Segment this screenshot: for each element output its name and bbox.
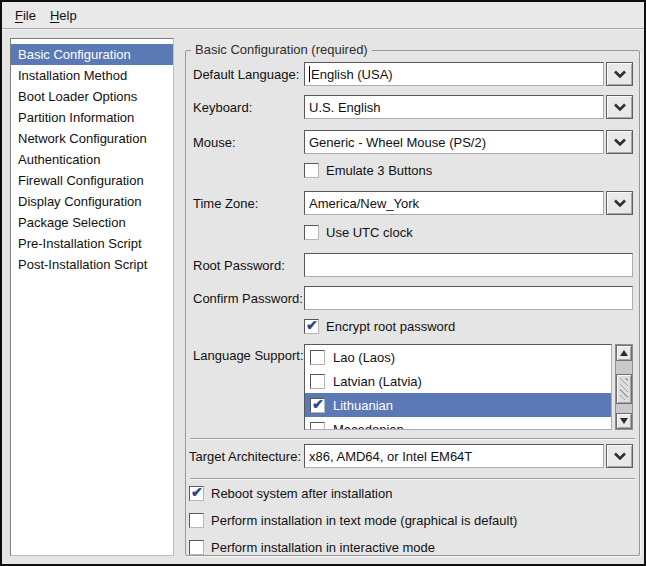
sidebar-item[interactable]: Boot Loader Options	[11, 86, 173, 107]
sidebar-item[interactable]: Package Selection	[11, 212, 173, 233]
target-architecture-value: x86, AMD64, or Intel EM64T	[309, 449, 472, 464]
target-architecture-dropdown-button[interactable]	[606, 444, 633, 468]
mouse-row: Mouse: Generic - Wheel Mouse (PS/2)	[193, 130, 633, 154]
time-zone-label: Time Zone:	[193, 196, 304, 211]
mouse-dropdown-button[interactable]	[606, 130, 633, 154]
triangle-up-icon	[620, 350, 628, 356]
menu-bar: File Help	[2, 2, 644, 29]
time-zone-row: Time Zone: America/New_York	[193, 191, 633, 215]
sidebar-item[interactable]: Authentication	[11, 149, 173, 170]
interactive-mode-row: Perform installation in interactive mode	[189, 540, 435, 555]
time-zone-dropdown-button[interactable]	[606, 191, 633, 215]
language-option[interactable]: Lithuanian	[305, 393, 611, 417]
confirm-password-row: Confirm Password:	[193, 286, 633, 310]
language-option-checkbox[interactable]	[310, 350, 325, 365]
sidebar-item[interactable]: Partition Information	[11, 107, 173, 128]
emulate-3-buttons-row: Emulate 3 Buttons	[304, 163, 432, 178]
default-language-combo[interactable]: English (USA)	[304, 62, 604, 86]
keyboard-label: Keyboard:	[193, 100, 304, 115]
mouse-label: Mouse:	[193, 135, 304, 150]
menu-file-label: ile	[23, 8, 36, 23]
time-zone-combo[interactable]: America/New_York	[304, 191, 604, 215]
language-option[interactable]: Lao (Laos)	[305, 345, 611, 369]
confirm-password-field[interactable]	[304, 286, 633, 310]
confirm-password-label: Confirm Password:	[193, 291, 304, 306]
sidebar-item[interactable]: Firewall Configuration	[11, 170, 173, 191]
keyboard-row: Keyboard: U.S. English	[193, 95, 633, 119]
chevron-down-icon	[613, 196, 627, 211]
menu-help-label: elp	[59, 8, 76, 23]
chevron-down-icon	[613, 449, 627, 464]
chevron-down-icon	[613, 100, 627, 115]
menu-file[interactable]: File	[8, 5, 43, 26]
root-password-field[interactable]	[304, 253, 633, 277]
language-support-list: Lao (Laos)Latvian (Latvia)LithuanianMace…	[304, 344, 612, 430]
target-architecture-row: Target Architecture: x86, AMD64, or Inte…	[189, 444, 633, 468]
default-language-row: Default Language: English (USA)	[193, 62, 633, 86]
sidebar-item[interactable]: Pre-Installation Script	[11, 233, 173, 254]
language-option-label: Lao (Laos)	[333, 350, 395, 365]
sidebar-item[interactable]: Post-Installation Script	[11, 254, 173, 275]
encrypt-root-row: Encrypt root password	[304, 319, 455, 334]
encrypt-root-checkbox[interactable]	[304, 319, 319, 334]
language-support-row: Language Support: Lao (Laos)Latvian (Lat…	[193, 344, 633, 430]
language-option[interactable]: Macedonian	[305, 417, 611, 430]
reboot-checkbox[interactable]	[189, 486, 204, 501]
text-mode-checkbox[interactable]	[189, 513, 204, 528]
mouse-combo[interactable]: Generic - Wheel Mouse (PS/2)	[304, 130, 604, 154]
default-language-dropdown-button[interactable]	[606, 62, 633, 86]
emulate-3-buttons-label: Emulate 3 Buttons	[326, 163, 432, 178]
reboot-label: Reboot system after installation	[211, 486, 392, 501]
interactive-mode-label: Perform installation in interactive mode	[211, 540, 435, 555]
reboot-row: Reboot system after installation	[189, 486, 392, 501]
interactive-mode-checkbox[interactable]	[189, 540, 204, 555]
root-password-label: Root Password:	[193, 258, 304, 273]
sidebar-item[interactable]: Network Configuration	[11, 128, 173, 149]
target-architecture-combo[interactable]: x86, AMD64, or Intel EM64T	[304, 444, 604, 468]
kickstart-configurator-window: File Help Basic ConfigurationInstallatio…	[0, 0, 646, 566]
language-option-label: Latvian (Latvia)	[333, 374, 422, 389]
text-cursor	[309, 66, 310, 82]
text-mode-label: Perform installation in text mode (graph…	[211, 513, 517, 528]
scroll-down-button[interactable]	[616, 413, 632, 429]
emulate-3-buttons-checkbox[interactable]	[304, 163, 319, 178]
use-utc-checkbox[interactable]	[304, 225, 319, 240]
language-option-checkbox[interactable]	[310, 398, 325, 413]
language-support-label: Language Support:	[193, 344, 304, 363]
separator	[190, 478, 635, 480]
default-language-value: English (USA)	[311, 67, 393, 82]
use-utc-label: Use UTC clock	[326, 225, 413, 240]
encrypt-root-label: Encrypt root password	[326, 319, 455, 334]
keyboard-value: U.S. English	[309, 100, 381, 115]
scroll-up-button[interactable]	[616, 345, 632, 361]
sidebar-item[interactable]: Basic Configuration	[11, 44, 173, 65]
sidebar-item[interactable]: Installation Method	[11, 65, 173, 86]
language-option-checkbox[interactable]	[310, 374, 325, 389]
separator	[190, 438, 635, 440]
language-option-label: Lithuanian	[333, 398, 393, 413]
language-option[interactable]: Latvian (Latvia)	[305, 369, 611, 393]
mouse-value: Generic - Wheel Mouse (PS/2)	[309, 135, 486, 150]
keyboard-dropdown-button[interactable]	[606, 95, 633, 119]
language-option-label: Macedonian	[333, 422, 404, 431]
sidebar-list: Basic ConfigurationInstallation MethodBo…	[10, 38, 174, 556]
root-password-row: Root Password:	[193, 253, 633, 277]
chevron-down-icon	[613, 67, 627, 82]
default-language-label: Default Language:	[193, 67, 304, 82]
target-architecture-label: Target Architecture:	[189, 449, 304, 464]
menu-file-mnemonic: F	[15, 8, 23, 23]
menu-help[interactable]: Help	[43, 5, 84, 26]
menu-help-mnemonic: H	[50, 8, 59, 23]
sidebar-item[interactable]: Display Configuration	[11, 191, 173, 212]
keyboard-combo[interactable]: U.S. English	[304, 95, 604, 119]
group-title: Basic Configuration (required)	[191, 42, 372, 57]
basic-configuration-group: Basic Configuration (required) Default L…	[185, 50, 640, 556]
chevron-down-icon	[613, 135, 627, 150]
scrollbar-thumb[interactable]	[616, 374, 632, 404]
language-list-scrollbar[interactable]	[615, 344, 633, 430]
triangle-down-icon	[620, 418, 628, 424]
time-zone-value: America/New_York	[309, 196, 419, 211]
text-mode-row: Perform installation in text mode (graph…	[189, 513, 517, 528]
use-utc-row: Use UTC clock	[304, 225, 413, 240]
language-option-checkbox[interactable]	[310, 422, 325, 431]
